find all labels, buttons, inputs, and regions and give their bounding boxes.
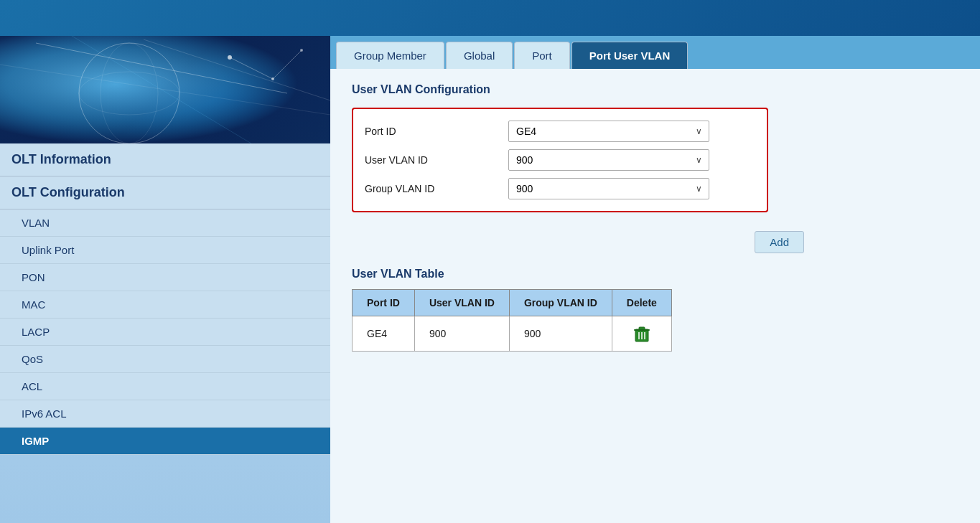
group-vlan-id-label: Group VLAN ID (365, 183, 508, 194)
tab-global[interactable]: Global (446, 42, 513, 69)
port-id-select-wrapper: GE4 (508, 121, 709, 142)
user-vlan-id-select[interactable]: 900 (508, 149, 709, 171)
port-id-label: Port ID (365, 126, 508, 137)
sidebar: OLT Information OLT Configuration VLAN U… (0, 36, 330, 523)
sidebar-hero (0, 36, 330, 143)
group-vlan-id-select[interactable]: 900 (508, 178, 709, 199)
tab-port[interactable]: Port (514, 42, 570, 69)
globe-decoration (0, 36, 330, 143)
tabs-row: Group Member Global Port Port User VLAN (330, 36, 980, 69)
main-layout: OLT Information OLT Configuration VLAN U… (0, 36, 980, 523)
config-row-user-vlan-id: User VLAN ID 900 (365, 149, 755, 171)
sidebar-item-mac[interactable]: MAC (0, 291, 330, 319)
sidebar-item-lacp[interactable]: LACP (0, 319, 330, 346)
sidebar-nav: OLT Information OLT Configuration VLAN U… (0, 143, 330, 523)
sidebar-item-uplink-port[interactable]: Uplink Port (0, 237, 330, 264)
sidebar-item-igmp[interactable]: IGMP (0, 428, 330, 455)
config-row-group-vlan-id: Group VLAN ID 900 (365, 178, 755, 199)
vlan-table: Port ID User VLAN ID Group VLAN ID Delet… (352, 289, 672, 352)
svg-rect-14 (639, 327, 645, 329)
cell-port-id: GE4 (353, 316, 415, 352)
config-box: Port ID GE4 User VLAN ID 900 (352, 108, 768, 212)
col-header-delete: Delete (612, 290, 671, 316)
sidebar-item-acl[interactable]: ACL (0, 373, 330, 400)
top-header (0, 0, 980, 36)
sidebar-item-ipv6acl[interactable]: IPv6 ACL (0, 400, 330, 428)
table-section-title: User VLAN Table (352, 268, 958, 281)
config-row-port-id: Port ID GE4 (365, 121, 755, 142)
port-id-select[interactable]: GE4 (508, 121, 709, 142)
sidebar-section-olt-config[interactable]: OLT Configuration (0, 176, 330, 209)
svg-rect-15 (634, 329, 650, 331)
col-header-group-vlan-id: Group VLAN ID (509, 290, 612, 316)
col-header-port-id: Port ID (353, 290, 415, 316)
sidebar-item-pon[interactable]: PON (0, 264, 330, 291)
sidebar-item-vlan[interactable]: VLAN (0, 209, 330, 237)
col-header-user-vlan-id: User VLAN ID (414, 290, 509, 316)
table-row: GE4 900 900 (353, 316, 672, 352)
content-panel: User VLAN Configuration Port ID GE4 User… (330, 69, 980, 523)
cell-user-vlan-id: 900 (414, 316, 509, 352)
sidebar-item-qos[interactable]: QoS (0, 346, 330, 373)
config-section-title: User VLAN Configuration (352, 83, 958, 96)
user-vlan-id-label: User VLAN ID (365, 154, 508, 166)
content-area: Group Member Global Port Port User VLAN … (330, 36, 980, 523)
cell-delete[interactable] (612, 316, 671, 352)
group-vlan-id-select-wrapper: 900 (508, 178, 709, 199)
sidebar-section-olt-info[interactable]: OLT Information (0, 143, 330, 176)
cell-group-vlan-id: 900 (509, 316, 612, 352)
user-vlan-id-select-wrapper: 900 (508, 149, 709, 171)
trash-icon (632, 324, 652, 344)
tab-port-user-vlan[interactable]: Port User VLAN (571, 42, 689, 69)
delete-button[interactable] (627, 324, 657, 344)
tab-group-member[interactable]: Group Member (336, 42, 444, 69)
add-button[interactable]: Add (755, 231, 804, 253)
